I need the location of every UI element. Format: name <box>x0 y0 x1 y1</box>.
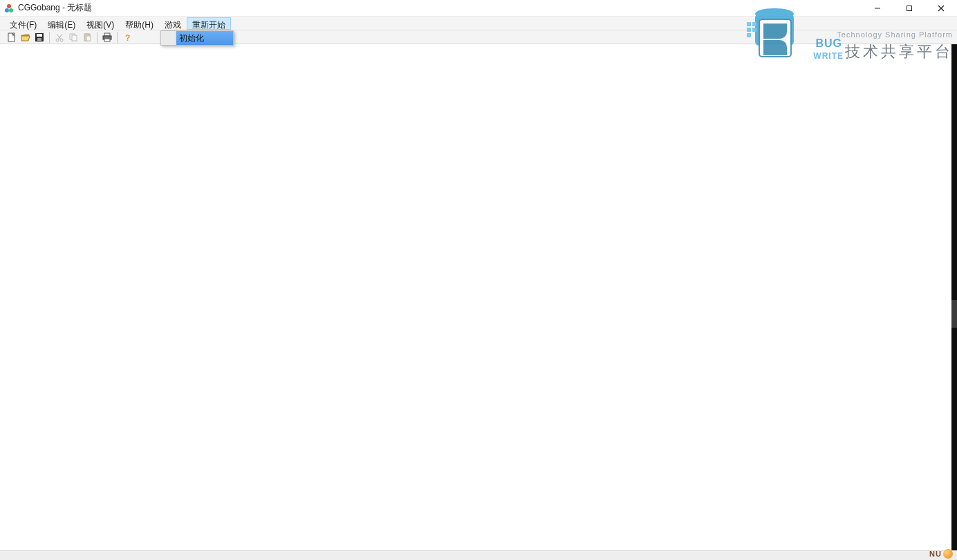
menubar: 文件(F) 编辑(E) 视图(V) 帮助(H) 游戏 重新开始 <box>0 17 957 30</box>
svg-rect-9 <box>37 34 42 37</box>
toolbar: ? <box>0 30 957 44</box>
menu-item-initialize[interactable]: 初始化 <box>161 31 233 45</box>
toolbar-paste-button[interactable] <box>81 31 93 44</box>
menu-file[interactable]: 文件(F) <box>4 17 42 30</box>
watermark-corner-icon <box>943 549 953 559</box>
maximize-button[interactable] <box>893 0 925 17</box>
menu-item-label: 初始化 <box>179 32 204 44</box>
dropdown-gutter <box>161 31 176 45</box>
window-title: CGGobang - 无标题 <box>18 2 92 14</box>
menu-restart[interactable]: 重新开始 <box>187 17 231 30</box>
svg-point-14 <box>60 39 63 41</box>
svg-point-0 <box>7 4 11 8</box>
svg-point-2 <box>9 8 13 12</box>
right-edge-thumb <box>951 300 957 328</box>
svg-rect-20 <box>104 33 110 36</box>
svg-rect-16 <box>72 35 77 41</box>
toolbar-separator <box>117 32 118 43</box>
svg-rect-18 <box>86 33 89 35</box>
svg-point-1 <box>5 8 9 12</box>
client-area[interactable] <box>0 44 957 550</box>
toolbar-separator <box>49 32 50 43</box>
svg-rect-19 <box>86 36 91 41</box>
toolbar-copy-button[interactable] <box>67 31 80 44</box>
menu-restart-dropdown: 初始化 <box>160 30 234 46</box>
svg-rect-4 <box>907 6 912 11</box>
statusbar <box>0 550 957 560</box>
toolbar-open-button[interactable] <box>19 31 32 44</box>
menu-game[interactable]: 游戏 <box>159 17 187 30</box>
toolbar-save-button[interactable] <box>33 31 46 44</box>
titlebar: CGGobang - 无标题 <box>0 0 957 17</box>
menu-edit[interactable]: 编辑(E) <box>42 17 81 30</box>
svg-text:?: ? <box>125 33 130 42</box>
svg-rect-10 <box>37 38 41 41</box>
watermark-corner-text: NU <box>929 550 942 558</box>
toolbar-cut-button[interactable] <box>53 31 66 44</box>
toolbar-separator <box>97 32 97 43</box>
svg-point-13 <box>56 39 59 41</box>
watermark-corner: NU <box>929 549 953 559</box>
close-button[interactable] <box>925 0 957 17</box>
menu-view[interactable]: 视图(V) <box>81 17 120 30</box>
window-controls <box>862 0 957 17</box>
right-edge-strip <box>951 44 957 550</box>
toolbar-print-button[interactable] <box>101 31 113 44</box>
toolbar-new-button[interactable] <box>6 31 18 44</box>
app-icon <box>3 3 15 14</box>
toolbar-help-button[interactable]: ? <box>121 31 133 44</box>
minimize-button[interactable] <box>862 0 893 17</box>
svg-rect-22 <box>104 39 110 41</box>
menu-help[interactable]: 帮助(H) <box>120 17 159 30</box>
